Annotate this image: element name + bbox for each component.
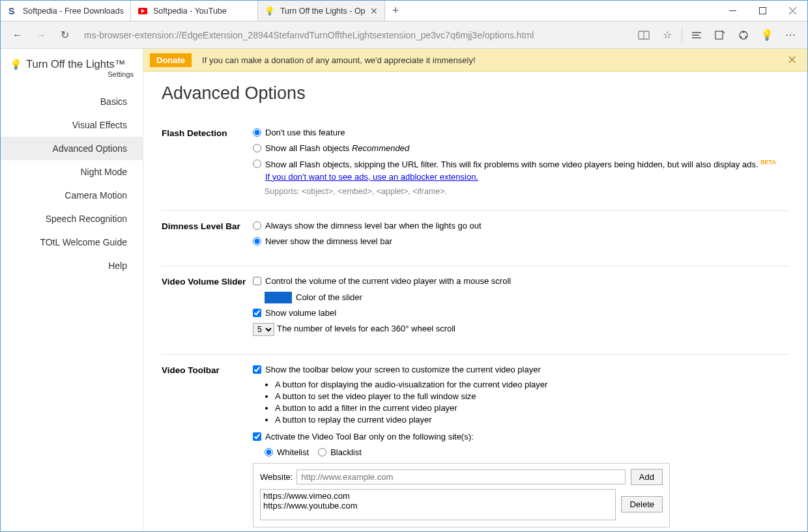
- radio-dimness-never[interactable]: [253, 237, 261, 245]
- radio-flash-dont-use[interactable]: [253, 128, 261, 137]
- titlebar: S Softpedia - Free Downloads Softpedia -…: [1, 1, 807, 21]
- website-input[interactable]: [296, 469, 626, 484]
- radio-flash-show-all[interactable]: [253, 144, 261, 152]
- radio-dimness-always[interactable]: [253, 221, 261, 230]
- color-swatch[interactable]: [265, 292, 292, 303]
- list-item: A button for displaying the audio-visual…: [275, 380, 789, 389]
- option-label: Activate the Video Tool Bar only on the …: [265, 431, 789, 443]
- donate-close-icon[interactable]: ✕: [783, 53, 801, 67]
- section-label: Video Toolbar: [162, 364, 253, 527]
- checkbox-activate-sites[interactable]: [253, 432, 261, 441]
- reading-view-icon[interactable]: [632, 23, 656, 47]
- section-label: Video Volume Slider: [162, 275, 253, 340]
- option-label: Show the toolbar below your screen to cu…: [265, 364, 789, 376]
- svg-rect-13: [715, 31, 723, 39]
- url-listbox[interactable]: https://www.vimeo.com https://www.youtub…: [260, 489, 616, 520]
- add-button[interactable]: Add: [631, 469, 663, 485]
- svg-rect-5: [759, 8, 766, 14]
- tab-softpedia[interactable]: S Softpedia - Free Downloads: [1, 1, 131, 21]
- options-page: Advanced Options Flash Detection Don't u…: [143, 72, 807, 531]
- select-levels[interactable]: 5: [253, 323, 274, 336]
- checkbox-volume-control[interactable]: [253, 277, 261, 285]
- donate-text: If you can make a donation of any amount…: [202, 55, 783, 65]
- radio-blacklist[interactable]: [318, 448, 326, 456]
- svg-text:S: S: [8, 6, 14, 16]
- app-logo: 💡 Turn Off the Lights™: [1, 55, 143, 70]
- tab-strip: S Softpedia - Free Downloads Softpedia -…: [1, 1, 717, 21]
- minimize-button[interactable]: [717, 1, 747, 21]
- main-panel: Donate If you can make a donation of any…: [143, 49, 807, 531]
- refresh-button[interactable]: ↻: [53, 23, 76, 47]
- browser-toolbar: ← → ↻ ms-browser-extension://EdgeExtensi…: [1, 21, 807, 49]
- delete-button[interactable]: Delete: [621, 496, 663, 512]
- extension-lightbulb-icon[interactable]: 💡: [755, 23, 779, 47]
- lightbulb-icon: 💡: [10, 59, 22, 70]
- website-list-box: Website: Add https://www.vimeo.com https…: [253, 463, 670, 527]
- maximize-button[interactable]: [747, 1, 777, 21]
- favicon-youtube: [137, 6, 148, 16]
- app-title: Turn Off the Lights™: [26, 58, 125, 70]
- favicon-softpedia: S: [7, 6, 18, 16]
- supports-text: Supports: <object>, <embed>, <applet>, <…: [265, 187, 789, 196]
- adblocker-link[interactable]: If you don't want to see ads, use an adb…: [265, 172, 478, 182]
- close-window-button[interactable]: [777, 1, 807, 21]
- hub-icon[interactable]: [685, 23, 708, 47]
- checkbox-show-volume-label[interactable]: [253, 309, 261, 317]
- sidebar-item-speech-recognition[interactable]: Speech Recognition: [1, 207, 143, 231]
- section-volume-slider: Video Volume Slider Control the volume o…: [162, 266, 789, 355]
- sidebar: 💡 Turn Off the Lights™ Settings Basics V…: [1, 49, 143, 531]
- separator: [682, 28, 682, 42]
- sidebar-item-help[interactable]: Help: [1, 254, 143, 277]
- option-label: Don't use this feature: [265, 127, 789, 139]
- list-item: A button to replay the current video pla…: [275, 415, 789, 425]
- window-controls: [717, 1, 807, 21]
- toolbar-feature-list: A button for displaying the audio-visual…: [275, 380, 789, 425]
- checkbox-show-toolbar[interactable]: [253, 365, 261, 374]
- address-bar[interactable]: ms-browser-extension://EdgeExtension_289…: [84, 30, 624, 40]
- radio-whitelist[interactable]: [265, 448, 273, 456]
- website-field-label: Website:: [260, 472, 293, 482]
- list-item[interactable]: https://www.vimeo.com: [263, 491, 613, 501]
- list-item[interactable]: https://www.youtube.com: [263, 501, 613, 511]
- tab-title: Softpedia - Free Downloads: [23, 7, 124, 16]
- notes-icon[interactable]: [708, 23, 732, 47]
- donate-banner: Donate If you can make a donation of any…: [143, 49, 807, 72]
- new-tab-button[interactable]: +: [385, 1, 406, 21]
- favorite-icon[interactable]: ☆: [656, 23, 679, 47]
- option-label: Always show the dimness level bar when t…: [265, 220, 789, 232]
- tab-extension[interactable]: 💡 Turn Off the Lights - Op ✕: [258, 1, 385, 21]
- sidebar-item-basics[interactable]: Basics: [1, 90, 143, 113]
- svg-point-16: [743, 31, 745, 33]
- list-item: A button to set the video player to the …: [275, 391, 789, 401]
- option-label: Show all Flash objects Recommended: [265, 143, 789, 154]
- option-label: Control the volume of the current video …: [265, 275, 789, 287]
- list-item: A button to add a filter in the current …: [275, 403, 789, 413]
- sidebar-item-advanced-options[interactable]: Advanced Options: [1, 137, 143, 160]
- more-icon[interactable]: ⋯: [779, 23, 802, 47]
- section-flash-detection: Flash Detection Don't use this feature S…: [162, 118, 789, 211]
- back-button[interactable]: ←: [6, 23, 29, 47]
- sidebar-item-welcome-guide[interactable]: TOtL Welcome Guide: [1, 231, 143, 254]
- blacklist-label: Blacklist: [330, 447, 362, 458]
- tab-close-icon[interactable]: ✕: [370, 6, 378, 16]
- sidebar-item-night-mode[interactable]: Night Mode: [1, 160, 143, 184]
- section-label: Flash Detection: [162, 127, 253, 196]
- levels-label: The number of levels for each 360° wheel…: [277, 323, 455, 335]
- section-dimness: Dimness Level Bar Always show the dimnes…: [162, 211, 789, 266]
- sidebar-item-visual-effects[interactable]: Visual Effects: [1, 113, 143, 137]
- tab-title: Turn Off the Lights - Op: [280, 7, 366, 16]
- section-video-toolbar: Video Toolbar Show the toolbar below you…: [162, 355, 789, 531]
- page-title: Advanced Options: [162, 83, 789, 104]
- section-label: Dimness Level Bar: [162, 220, 253, 251]
- page-content: 💡 Turn Off the Lights™ Settings Basics V…: [1, 49, 807, 531]
- settings-subtitle: Settings: [1, 70, 143, 90]
- radio-flash-skip-url[interactable]: [253, 160, 261, 168]
- svg-point-18: [745, 36, 747, 38]
- tab-youtube[interactable]: Softpedia - YouTube: [131, 1, 258, 21]
- donate-button[interactable]: Donate: [150, 53, 192, 67]
- svg-point-17: [740, 36, 742, 38]
- sidebar-item-camera-motion[interactable]: Camera Motion: [1, 184, 143, 207]
- share-icon[interactable]: [732, 23, 755, 47]
- whitelist-label: Whitelist: [277, 447, 309, 458]
- forward-button[interactable]: →: [29, 23, 53, 47]
